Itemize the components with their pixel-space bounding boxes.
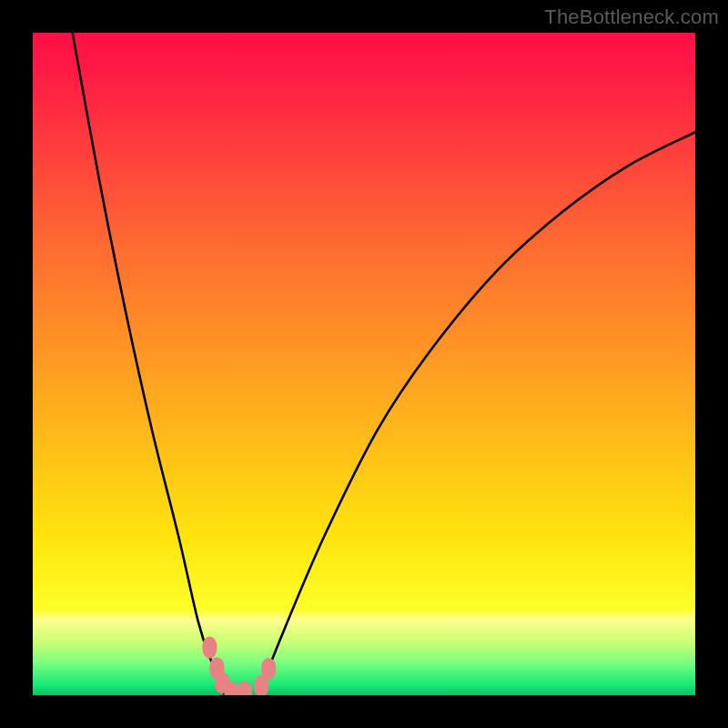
bottleneck-chart <box>33 33 695 695</box>
chart-frame <box>33 33 695 695</box>
marker-point <box>202 637 217 659</box>
watermark-text: TheBottleneck.com <box>544 5 719 29</box>
marker-point <box>261 658 276 680</box>
gradient-background <box>33 33 695 695</box>
